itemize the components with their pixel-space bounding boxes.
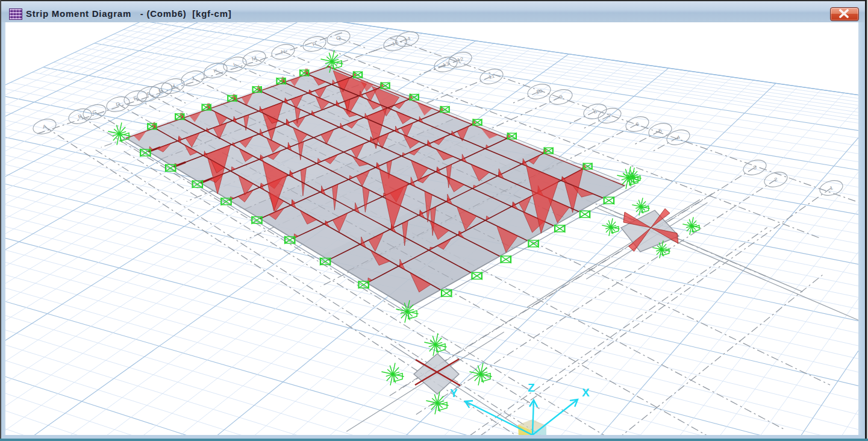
svg-text:X: X (582, 386, 590, 399)
svg-text:N: N (280, 49, 286, 55)
svg-text:Y: Y (450, 387, 458, 399)
svg-text:G: G (158, 87, 164, 94)
svg-text:Z: Z (528, 381, 535, 394)
svg-text:P: P (312, 41, 317, 47)
svg-text:5: 5 (658, 128, 663, 134)
svg-text:7: 7 (607, 113, 612, 119)
svg-text:Q: Q (336, 35, 342, 42)
svg-text:8: 8 (593, 108, 598, 114)
svg-text:12: 12 (456, 56, 464, 63)
svg-text:4: 4 (676, 134, 681, 140)
svg-text:11: 11 (488, 73, 495, 80)
svg-text:K: K (213, 67, 219, 74)
svg-text:14: 14 (403, 36, 411, 43)
svg-text:10: 10 (535, 88, 543, 95)
svg-text:1: 1 (829, 185, 834, 191)
svg-text:D: D (115, 101, 121, 108)
svg-text:9: 9 (558, 94, 563, 100)
svg-text:3: 3 (752, 164, 757, 170)
svg-text:L: L (233, 61, 237, 67)
svg-text:6: 6 (635, 121, 640, 127)
svg-text:15: 15 (391, 40, 399, 47)
svg-text:2: 2 (773, 177, 778, 183)
svg-text:B: B (78, 113, 83, 119)
